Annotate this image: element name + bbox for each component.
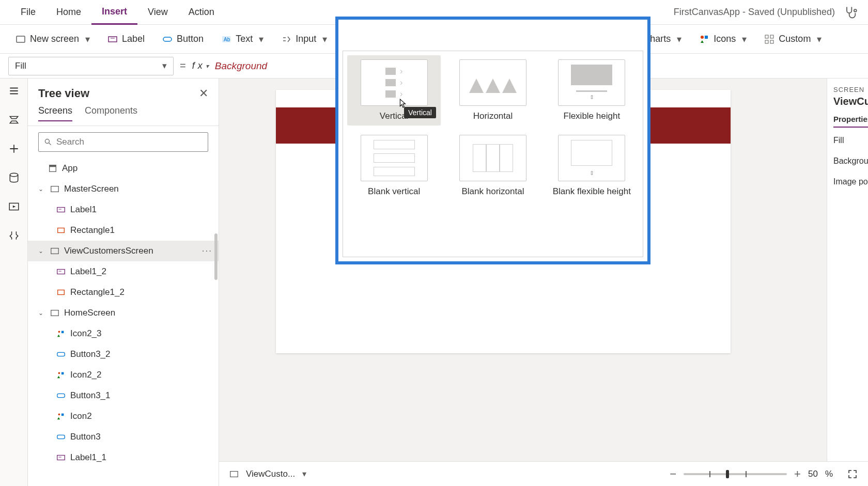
data-icon[interactable] [7, 170, 21, 185]
chevron-down-icon: ▾ [677, 34, 681, 45]
menu-action[interactable]: Action [178, 0, 225, 25]
gallery-thumb: ⇕ [558, 135, 625, 181]
svg-rect-44 [57, 456, 65, 460]
svg-point-0 [854, 9, 857, 12]
svg-point-41 [58, 414, 60, 416]
button-button[interactable]: Button [155, 29, 211, 50]
left-rail [0, 79, 28, 486]
menu-insert[interactable]: Insert [91, 0, 137, 25]
tree-item[interactable]: Rectangle1_2 [28, 282, 219, 303]
zoom-in-button[interactable]: + [794, 467, 801, 481]
gallery-option-label: Horizontal [473, 111, 513, 121]
property-selector[interactable]: Fill ▾ [8, 57, 174, 75]
tree-item[interactable]: Label1 [28, 199, 219, 220]
button-btn-text: Button [177, 34, 204, 44]
svg-rect-1 [17, 36, 25, 42]
gallery-option-label: Flexible height [564, 111, 621, 121]
app-status-text: FirstCanvasApp - Saved (Unpublished) [674, 7, 843, 18]
svg-rect-39 [61, 372, 64, 375]
tree-screen-node[interactable]: ⌄ViewCustomersScreen··· [28, 241, 219, 261]
tree-item[interactable]: Label1_2 [28, 261, 219, 282]
tree-view-icon[interactable] [7, 113, 21, 127]
prop-background[interactable]: Background [833, 156, 868, 166]
svg-rect-37 [57, 352, 65, 356]
input-btn-text: Input [296, 34, 316, 44]
svg-rect-28 [51, 186, 58, 192]
search-icon [44, 138, 52, 146]
tree-item[interactable]: Icon2_2 [28, 365, 219, 385]
gallery-thumb [361, 135, 428, 181]
gallery-thumb [459, 59, 526, 106]
properties-tab[interactable]: Properties [833, 115, 868, 128]
tree-screen-node[interactable]: ⌄MasterScreen [28, 179, 219, 199]
tree-search[interactable] [38, 132, 208, 152]
menu-view[interactable]: View [137, 0, 178, 25]
hamburger-icon[interactable] [7, 84, 21, 98]
search-input[interactable] [56, 137, 203, 147]
gallery-dropdown: ›››VerticalHorizontal⇕Flexible heightBla… [343, 51, 643, 257]
tree-item[interactable]: Rectangle1 [28, 220, 219, 241]
app-checker-icon[interactable] [843, 5, 858, 20]
icons-button[interactable]: Icons ▾ [692, 29, 754, 50]
zoom-out-button[interactable]: − [670, 467, 676, 481]
tools-icon[interactable] [7, 228, 21, 243]
close-icon[interactable]: ✕ [199, 87, 208, 100]
tooltip: Vertical [404, 107, 436, 118]
svg-point-23 [10, 173, 18, 177]
tree-item[interactable]: Button3_1 [28, 385, 219, 406]
prop-fill[interactable]: Fill [833, 136, 868, 145]
media-rail-icon[interactable] [7, 199, 21, 214]
zoom-slider[interactable] [684, 473, 787, 475]
svg-rect-42 [61, 414, 64, 416]
tree-view-title: Tree view [38, 87, 89, 100]
gallery-option-blank-vertical[interactable]: Blank vertical [347, 131, 441, 201]
label-button[interactable]: Label [100, 29, 152, 50]
custom-text: Custom [779, 34, 811, 44]
chevron-down-icon: ▾ [817, 34, 822, 45]
status-bar: ViewCusto... ▾ − + 50 % [219, 461, 868, 486]
fx-button[interactable]: fx ▾ [192, 60, 209, 71]
tree-item[interactable]: Button3 [28, 427, 219, 447]
svg-rect-29 [57, 208, 65, 212]
add-icon[interactable] [7, 142, 21, 156]
tree-item[interactable]: Button3_2 [28, 344, 219, 365]
tab-components[interactable]: Components [85, 105, 137, 121]
tree-app-node[interactable]: App [28, 158, 219, 179]
svg-rect-32 [57, 270, 65, 274]
tree-screen-node[interactable]: ⌄HomeScreen [28, 303, 219, 323]
tree-item[interactable]: Icon2_3 [28, 323, 219, 344]
svg-rect-30 [58, 228, 65, 233]
gallery-option-blank-horizontal[interactable]: Blank horizontal [446, 131, 539, 201]
gallery-option-flexible-height[interactable]: ⇕Flexible height [545, 55, 639, 126]
formula-input[interactable]: Background [215, 60, 267, 72]
gallery-dropdown-highlight: ›››VerticalHorizontal⇕Flexible heightBla… [335, 17, 650, 264]
text-button[interactable]: Ab Text ▾ [214, 29, 271, 50]
svg-rect-31 [51, 248, 58, 254]
svg-rect-34 [51, 310, 58, 316]
gallery-option-horizontal[interactable]: Horizontal [446, 55, 539, 126]
tree-item[interactable]: Label1_1 [28, 447, 219, 468]
custom-button[interactable]: Custom ▾ [757, 29, 829, 50]
chevron-down-icon: ▾ [259, 34, 264, 45]
svg-rect-36 [61, 331, 64, 334]
mouse-cursor-icon [399, 99, 407, 108]
gallery-option-blank-flexible-height[interactable]: ⇕Blank flexible height [545, 131, 639, 201]
fullscreen-icon[interactable] [847, 469, 858, 479]
chevron-down-icon[interactable]: ▾ [302, 469, 306, 479]
tab-screens[interactable]: Screens [38, 105, 72, 121]
icons-text: Icons [714, 34, 736, 44]
scrollbar[interactable] [214, 233, 218, 280]
svg-point-35 [58, 331, 60, 333]
prop-image-position[interactable]: Image posit [833, 177, 868, 186]
tree: App⌄MasterScreenLabel1Rectangle1⌄ViewCus… [28, 158, 219, 475]
chevron-down-icon: ▾ [742, 34, 747, 45]
svg-rect-3 [163, 37, 172, 41]
property-name: Fill [15, 61, 26, 71]
input-button[interactable]: Input ▾ [274, 29, 334, 50]
menu-file[interactable]: File [10, 0, 46, 25]
status-control-name[interactable]: ViewCusto... [246, 469, 295, 479]
tree-item[interactable]: Icon2 [28, 406, 219, 427]
menu-home[interactable]: Home [46, 0, 91, 25]
svg-rect-18 [705, 36, 708, 39]
new-screen-button[interactable]: New screen ▾ [8, 29, 97, 50]
